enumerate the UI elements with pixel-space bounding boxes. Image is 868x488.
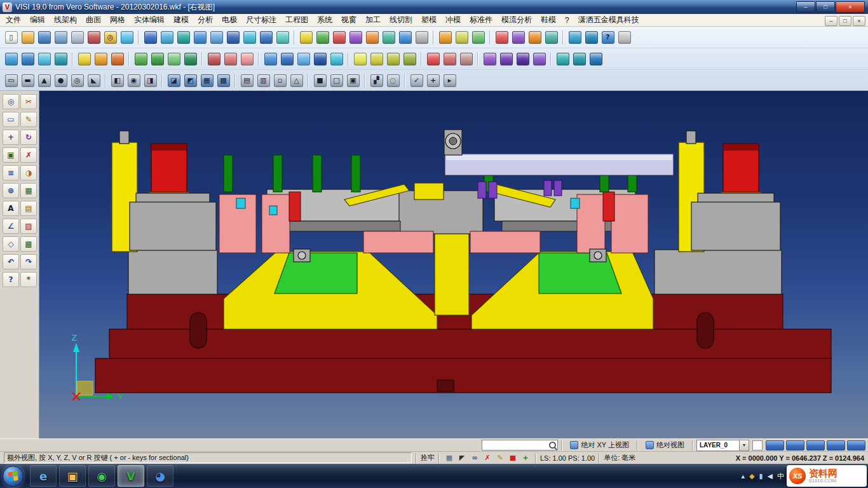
- menu-item[interactable]: 冲模: [441, 14, 465, 26]
- rotate-view-button[interactable]: [258, 29, 274, 45]
- taskbar-browser-icon[interactable]: ◕: [147, 465, 173, 487]
- tray-ime-icon[interactable]: 中: [777, 471, 784, 481]
- top-view-button[interactable]: [225, 29, 241, 45]
- face-edit-button[interactable]: ▤: [239, 72, 255, 88]
- move-tool[interactable]: +: [3, 130, 19, 145]
- chamfer-button[interactable]: [149, 51, 165, 67]
- quick-view-segment[interactable]: [766, 440, 784, 451]
- about-button[interactable]: [616, 29, 632, 45]
- search-box[interactable]: [482, 440, 558, 451]
- menu-item[interactable]: 模流分析: [497, 14, 536, 26]
- annotation-button[interactable]: [442, 51, 458, 67]
- boolean-intersect-button[interactable]: [109, 51, 125, 67]
- erase-button[interactable]: [331, 29, 347, 45]
- menu-item[interactable]: 电极: [217, 14, 241, 26]
- menu-item[interactable]: 文件: [1, 14, 25, 26]
- measure-tool[interactable]: ∠: [3, 219, 19, 234]
- mdi-close-button[interactable]: ×: [853, 16, 865, 26]
- simulate-button[interactable]: [588, 51, 604, 67]
- blend-solid-button[interactable]: △: [288, 72, 304, 88]
- view-mode-absolute-button[interactable]: 绝对视图: [641, 440, 689, 451]
- sketch-button[interactable]: [352, 51, 368, 67]
- layer-tool[interactable]: ≡: [3, 165, 19, 180]
- save-button[interactable]: [36, 29, 52, 45]
- mirror-tool[interactable]: ◇: [3, 236, 19, 252]
- array-tool[interactable]: ▩: [20, 236, 37, 252]
- menu-item[interactable]: 编辑: [25, 14, 50, 26]
- rotate-tool[interactable]: ↻: [20, 130, 37, 145]
- pattern-button[interactable]: [329, 51, 344, 67]
- pattern-linear-button[interactable]: ▞: [369, 72, 384, 88]
- boss-button[interactable]: [239, 51, 255, 67]
- menu-item[interactable]: 建模: [169, 14, 193, 26]
- revolve-solid-button[interactable]: ◉: [126, 72, 142, 88]
- prim-torus-button[interactable]: ◎: [69, 72, 85, 88]
- slice-solid-button[interactable]: ◪: [166, 72, 182, 88]
- menu-item[interactable]: 实体编辑: [130, 14, 169, 26]
- quick-view-segment[interactable]: [847, 440, 865, 451]
- search-button[interactable]: ◎: [102, 29, 118, 45]
- menu-item[interactable]: 尺寸标注: [241, 14, 281, 26]
- refresh-button[interactable]: [119, 29, 135, 45]
- boolean-union-button[interactable]: [76, 51, 92, 67]
- quick-view-segment[interactable]: [806, 440, 825, 451]
- layer-color-swatch[interactable]: [752, 440, 763, 451]
- redo-tool[interactable]: ↷: [20, 254, 37, 269]
- grid-snap-icon[interactable]: ▦: [444, 452, 455, 464]
- text-button[interactable]: [458, 51, 474, 67]
- shaded-view-button[interactable]: [142, 29, 158, 45]
- wireframe-view-button[interactable]: [159, 29, 175, 45]
- frame-tool[interactable]: ▭: [3, 112, 19, 127]
- curvature-button[interactable]: [510, 29, 526, 45]
- start-button[interactable]: [3, 466, 24, 487]
- stitch-button[interactable]: ▦: [199, 72, 215, 88]
- plot-button[interactable]: [86, 29, 102, 45]
- pencil-tool[interactable]: ✎: [20, 112, 37, 127]
- tray-network-icon[interactable]: ▮: [759, 472, 763, 480]
- circle-button[interactable]: [402, 51, 417, 67]
- close-button[interactable]: ×: [836, 1, 865, 13]
- prim-cone-button[interactable]: ▲: [36, 72, 52, 88]
- move-button[interactable]: [262, 51, 278, 67]
- shell-button[interactable]: [166, 51, 182, 67]
- standard-part-button[interactable]: [531, 51, 547, 67]
- color-tool[interactable]: ◑: [20, 165, 37, 180]
- hidden-line-button[interactable]: [175, 29, 191, 45]
- delete-tool[interactable]: ✗: [20, 147, 37, 163]
- draft-angle-button[interactable]: [182, 51, 198, 67]
- undo-button[interactable]: [348, 29, 363, 45]
- mesh-button[interactable]: [555, 51, 571, 67]
- right-view-button[interactable]: [241, 29, 257, 45]
- rotate-button[interactable]: [279, 51, 295, 67]
- repair-solid-button[interactable]: +: [425, 72, 441, 88]
- tray-show-hidden-icon[interactable]: ▴: [741, 472, 745, 480]
- layer-selector[interactable]: LAYER_0 ▼: [696, 440, 749, 451]
- edge-edit-button[interactable]: ▥: [255, 72, 271, 88]
- open-file-button[interactable]: [20, 29, 36, 45]
- boolean-subtract-button[interactable]: [93, 51, 109, 67]
- taskbar-media-icon[interactable]: ◉: [88, 465, 115, 487]
- pocket-button[interactable]: [222, 51, 238, 67]
- menu-item[interactable]: 线架构: [50, 14, 81, 26]
- subtract-solid-button[interactable]: □: [329, 72, 344, 88]
- thickness-button[interactable]: [543, 29, 559, 45]
- help-button[interactable]: ?: [600, 29, 616, 45]
- render-button[interactable]: [567, 29, 583, 45]
- prim-box-button[interactable]: ▭: [3, 72, 19, 88]
- front-view-button[interactable]: [208, 29, 224, 45]
- extrude-solid-button[interactable]: ◧: [109, 72, 125, 88]
- quick-view-segment[interactable]: [827, 440, 845, 451]
- hatch-tool[interactable]: ▨: [20, 219, 37, 234]
- menu-item[interactable]: ?: [560, 15, 574, 25]
- extrude-button[interactable]: [3, 51, 19, 67]
- arc-button[interactable]: [385, 51, 401, 67]
- iso-view-button[interactable]: [192, 29, 208, 45]
- search-input[interactable]: [482, 440, 548, 450]
- die-tool-button[interactable]: [515, 51, 531, 67]
- options-button[interactable]: [414, 29, 430, 45]
- link-icon[interactable]: ∞: [469, 452, 480, 464]
- vertex-edit-button[interactable]: ▫: [272, 72, 288, 88]
- menu-item[interactable]: 塑模: [417, 14, 441, 26]
- settings-tool[interactable]: *: [20, 272, 37, 287]
- mdi-restore-button[interactable]: □: [839, 16, 851, 26]
